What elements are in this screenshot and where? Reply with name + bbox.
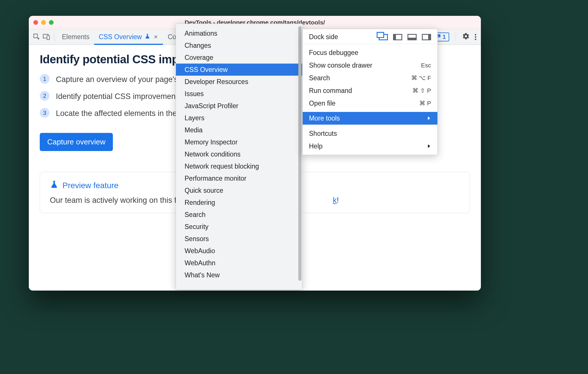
submenu-item[interactable]: Network conditions	[176, 148, 302, 160]
step-number: 1	[40, 74, 50, 84]
minimize-window-button[interactable]	[41, 20, 46, 25]
submenu-item[interactable]: CSS Overview	[176, 64, 302, 76]
menu-item[interactable]: Focus debuggee	[303, 46, 437, 59]
submenu-item[interactable]: Coverage	[176, 51, 302, 64]
menu-item[interactable]: Open file⌘ P	[303, 97, 437, 110]
scrollbar[interactable]	[298, 26, 301, 281]
submenu-item[interactable]: Layers	[176, 112, 302, 124]
dock-bottom-icon[interactable]	[407, 34, 417, 40]
dock-left-icon[interactable]	[393, 34, 402, 40]
kebab-menu-icon[interactable]	[473, 34, 478, 40]
submenu-item[interactable]: Performance monitor	[176, 172, 302, 184]
menu-item[interactable]: Shortcuts	[303, 127, 437, 140]
chevron-right-icon	[426, 115, 431, 122]
step-text: Capture an overview of your page's CSS	[56, 74, 196, 85]
tab-elements[interactable]: Elements	[57, 29, 94, 45]
settings-gear-icon[interactable]	[462, 33, 470, 41]
step-number: 3	[40, 108, 50, 118]
tab-css-overview[interactable]: CSS Overview	[94, 29, 163, 45]
menu-item[interactable]: Run command⌘ ⇧ P	[303, 84, 437, 97]
menu-label: Help	[309, 142, 426, 150]
svg-rect-1	[47, 36, 50, 40]
menu-label: Open file	[309, 100, 419, 107]
menu-item[interactable]: Search⌘ ⌥ F	[303, 72, 437, 84]
device-toggle-icon[interactable]	[41, 32, 51, 42]
menu-shortcut: ⌘ P	[419, 100, 431, 107]
submenu-item[interactable]: Developer Resources	[176, 76, 302, 88]
close-tab-icon[interactable]	[153, 34, 158, 39]
submenu-item[interactable]: Sensors	[176, 233, 302, 245]
window-controls	[29, 20, 54, 25]
submenu-item[interactable]: Security	[176, 221, 302, 233]
menu-label: Shortcuts	[309, 130, 431, 138]
close-window-button[interactable]	[33, 20, 38, 25]
submenu-item[interactable]: Network request blocking	[176, 160, 302, 172]
menu-shortcut: ⌘ ⇧ P	[412, 87, 431, 94]
submenu-item[interactable]: Media	[176, 124, 302, 136]
menu-label: Focus debuggee	[309, 49, 431, 57]
submenu-item[interactable]: Changes	[176, 39, 302, 51]
tab-label: Elements	[62, 33, 90, 41]
menu-label: More tools	[309, 115, 426, 122]
menu-item[interactable]: Help	[303, 140, 437, 152]
dock-side-label: Dock side	[309, 33, 338, 41]
submenu-item[interactable]: Memory Inspector	[176, 136, 302, 148]
submenu-item[interactable]: What's New	[176, 269, 302, 281]
separator	[456, 33, 456, 41]
menu-label: Search	[309, 74, 411, 82]
chevron-right-icon	[426, 142, 431, 150]
inspect-icon[interactable]	[32, 32, 41, 42]
submenu-item[interactable]: Animations	[176, 27, 302, 39]
dock-side-row: Dock side	[303, 29, 437, 44]
flask-icon	[50, 180, 58, 191]
more-tools-submenu: AnimationsChangesCoverageCSS OverviewDev…	[176, 24, 302, 290]
flask-icon	[145, 33, 150, 41]
submenu-item[interactable]: JavaScript Profiler	[176, 100, 302, 112]
capture-overview-button[interactable]: Capture overview	[40, 133, 113, 151]
submenu-item[interactable]: WebAudio	[176, 245, 302, 257]
feedback-link[interactable]: k	[333, 196, 337, 205]
tab-label: CSS Overview	[99, 33, 142, 41]
step-number: 2	[40, 91, 50, 101]
issues-count: 1	[443, 34, 446, 40]
preview-title: Preview feature	[62, 181, 119, 190]
submenu-item[interactable]: Search	[176, 209, 302, 221]
submenu-item[interactable]: WebAuthn	[176, 257, 302, 269]
menu-label: Show console drawer	[309, 62, 421, 69]
submenu-item[interactable]: Rendering	[176, 196, 302, 209]
menu-shortcut: ⌘ ⌥ F	[411, 75, 431, 81]
dock-right-icon[interactable]	[422, 34, 431, 40]
menu-label: Run command	[309, 87, 412, 95]
submenu-item[interactable]: Issues	[176, 88, 302, 100]
dock-undock-icon[interactable]	[379, 34, 388, 40]
menu-item[interactable]: Show console drawerEsc	[303, 59, 437, 72]
menu-shortcut: Esc	[421, 62, 431, 69]
submenu-item[interactable]: Quick source	[176, 184, 302, 196]
settings-menu: Dock side Focus debuggeeShow console dra…	[302, 29, 438, 155]
menu-item-more-tools[interactable]: More tools	[303, 112, 437, 125]
separator	[54, 33, 54, 41]
maximize-window-button[interactable]	[49, 20, 54, 25]
